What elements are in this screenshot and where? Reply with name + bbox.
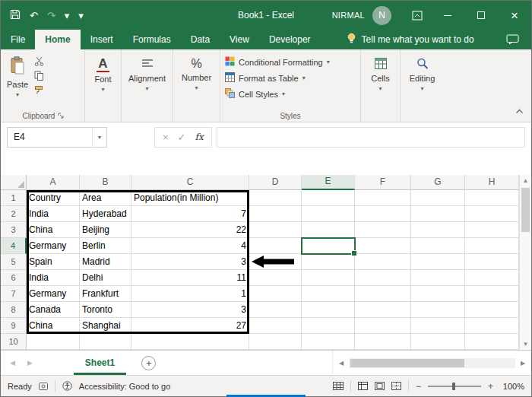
cell-H4[interactable] <box>465 238 519 254</box>
grid-icon[interactable] <box>333 382 344 390</box>
column-header-H[interactable]: H <box>465 175 519 190</box>
cell-H1[interactable] <box>465 190 519 206</box>
cell-G10[interactable] <box>411 334 465 350</box>
cell-A8[interactable]: Canada <box>27 302 80 318</box>
cell-G5[interactable] <box>411 254 465 270</box>
enter-icon[interactable]: ✓ <box>178 132 186 143</box>
cell-E2[interactable] <box>302 206 355 222</box>
qat-dropdown-icon[interactable]: ▾ <box>65 11 70 21</box>
cell-A9[interactable]: China <box>27 318 80 334</box>
cell-C6[interactable]: 11 <box>131 270 249 286</box>
cell-A1[interactable]: Country <box>27 190 80 206</box>
cell-F6[interactable] <box>355 270 411 286</box>
cell-D4[interactable] <box>249 238 302 254</box>
minimize-button[interactable]: ─ <box>431 1 464 30</box>
cell-F2[interactable] <box>355 206 411 222</box>
vertical-scroll-thumb[interactable] <box>521 188 530 232</box>
cell-H2[interactable] <box>465 206 519 222</box>
undo-icon[interactable]: ↶ <box>30 11 38 21</box>
cell-F1[interactable] <box>355 190 411 206</box>
cell-B1[interactable]: Area <box>80 190 131 206</box>
tab-developer[interactable]: Developer <box>259 30 321 49</box>
row-header-9[interactable]: 9 <box>1 318 27 334</box>
number-button[interactable]: % Number ▾ <box>178 53 215 91</box>
horizontal-scroll-track[interactable] <box>349 358 515 368</box>
cell-E9[interactable] <box>302 318 355 334</box>
tab-formulas[interactable]: Formulas <box>123 30 181 49</box>
comments-icon[interactable] <box>506 30 519 49</box>
column-header-G[interactable]: G <box>411 175 465 190</box>
scroll-down-icon[interactable]: ▼ <box>520 338 531 350</box>
cell-D1[interactable] <box>249 190 302 206</box>
cell-B9[interactable]: Shanghai <box>80 318 131 334</box>
cell-D3[interactable] <box>249 222 302 238</box>
cell-G9[interactable] <box>411 318 465 334</box>
tab-home[interactable]: Home <box>35 30 80 49</box>
column-header-F[interactable]: F <box>355 175 411 190</box>
editing-button[interactable]: Editing ▾ <box>405 53 439 92</box>
cell-B5[interactable]: Madrid <box>80 254 131 270</box>
cell-D6[interactable] <box>249 270 302 286</box>
cell-B2[interactable]: Hyderabad <box>80 206 131 222</box>
cell-D7[interactable] <box>249 286 302 302</box>
zoom-slider-thumb[interactable] <box>452 383 455 390</box>
cell-D10[interactable] <box>249 334 302 350</box>
cell-B6[interactable]: Delhi <box>80 270 131 286</box>
cell-F9[interactable] <box>355 318 411 334</box>
view-normal-icon[interactable] <box>358 382 368 390</box>
horizontal-scrollbar[interactable]: ◀ ▶ <box>332 351 531 375</box>
cell-E7[interactable] <box>302 286 355 302</box>
cell-E1[interactable] <box>302 190 355 206</box>
cell-A6[interactable]: India <box>27 270 80 286</box>
paste-dropdown-icon[interactable]: ▾ <box>16 91 19 98</box>
view-page-layout-icon[interactable] <box>375 382 385 390</box>
cell-B3[interactable]: Beijing <box>80 222 131 238</box>
cell-A3[interactable]: China <box>27 222 80 238</box>
new-sheet-button[interactable]: + <box>141 356 156 370</box>
cell-G6[interactable] <box>411 270 465 286</box>
row-header-5[interactable]: 5 <box>1 254 27 270</box>
clipboard-dialog-launcher-icon[interactable] <box>58 112 64 120</box>
tab-insert[interactable]: Insert <box>81 30 123 49</box>
copy-icon[interactable] <box>34 71 44 81</box>
cell-E5[interactable] <box>302 254 355 270</box>
cell-G8[interactable] <box>411 302 465 318</box>
column-header-A[interactable]: A <box>27 175 80 190</box>
tab-file[interactable]: File <box>1 30 35 49</box>
cell-C7[interactable]: 1 <box>131 286 249 302</box>
cell-C9[interactable]: 27 <box>131 318 249 334</box>
cell-A2[interactable]: India <box>27 206 80 222</box>
select-all-corner[interactable] <box>1 175 27 190</box>
close-button[interactable]: × <box>498 1 531 30</box>
cell-C2[interactable]: 7 <box>131 206 249 222</box>
insert-function-icon[interactable]: fx <box>195 132 204 142</box>
scroll-up-icon[interactable]: ▲ <box>520 175 531 186</box>
zoom-in-icon[interactable]: + <box>488 381 493 392</box>
cell-C4[interactable]: 4 <box>131 238 249 254</box>
cell-A7[interactable]: Germany <box>27 286 80 302</box>
cell-G1[interactable] <box>411 190 465 206</box>
font-button[interactable]: A Font ▾ <box>90 53 116 93</box>
cell-B10[interactable] <box>80 334 131 350</box>
customize-qat-icon[interactable]: ▾ <box>78 11 84 21</box>
format-painter-icon[interactable] <box>34 85 44 95</box>
column-header-E[interactable]: E <box>302 175 355 190</box>
cells-button[interactable]: Cells ▾ <box>366 53 395 92</box>
prev-sheet-icon[interactable]: ◀ <box>10 359 15 367</box>
row-header-6[interactable]: 6 <box>1 270 27 286</box>
horizontal-scroll-thumb[interactable] <box>350 359 464 367</box>
cell-C10[interactable] <box>131 334 249 350</box>
column-header-C[interactable]: C <box>131 175 249 190</box>
alignment-button[interactable]: Alignment ▾ <box>126 53 168 92</box>
cell-C5[interactable]: 3 <box>131 254 249 270</box>
next-sheet-icon[interactable]: ▶ <box>27 359 33 367</box>
cell-F7[interactable] <box>355 286 411 302</box>
cell-H9[interactable] <box>465 318 519 334</box>
view-page-break-icon[interactable] <box>391 382 401 390</box>
cancel-icon[interactable]: × <box>163 132 169 143</box>
user-name[interactable]: NIRMAL <box>332 11 365 20</box>
tab-view[interactable]: View <box>220 30 259 49</box>
column-header-B[interactable]: B <box>80 175 131 190</box>
cell-G4[interactable] <box>411 238 465 254</box>
accessibility-icon[interactable] <box>62 381 72 391</box>
